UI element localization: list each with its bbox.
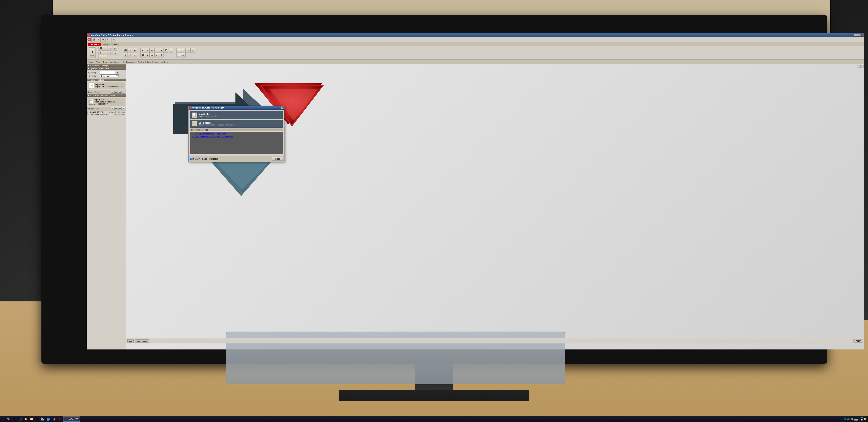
af-icon[interactable]: ▼	[57, 416, 62, 422]
extra-btn-12[interactable]: ⚙	[159, 53, 164, 57]
svg-marker-21	[193, 122, 194, 123]
section-tools-additional[interactable]: ▼ Tools & Additional Geometries	[87, 94, 126, 97]
save-btn[interactable]: 💾	[91, 37, 96, 42]
parttype-select[interactable]: Even Part	[100, 74, 119, 78]
extra-btn-3[interactable]: ⊕	[150, 48, 154, 53]
open-design-action[interactable]: Open Design Open file browser to load a …	[190, 120, 283, 128]
in-btn-1[interactable]: In	[114, 91, 118, 94]
in-btn-2[interactable]: In	[114, 107, 118, 110]
close-button[interactable]: ✕	[861, 34, 864, 36]
import-part-box[interactable]: Import Part Import Part Geometries from …	[88, 82, 125, 89]
pencil-btn-1[interactable]: ✎	[111, 91, 114, 94]
ana-btn-2[interactable]: 📈	[181, 48, 186, 53]
extra-btn-9[interactable]: ◑	[145, 53, 150, 57]
settings-btn[interactable]: ⚙	[112, 37, 116, 42]
autoform-taskbar-btn[interactable]: ▼ AutoForm+R7	[63, 416, 80, 422]
redo-btn[interactable]: ↪	[101, 37, 105, 42]
extra-btn-4[interactable]: ⟳	[154, 48, 159, 53]
obj-btn-6[interactable]: ⟰	[133, 53, 137, 57]
obj-btn-5[interactable]: ⊟	[128, 53, 132, 57]
open-design-title: Open Design	[198, 122, 234, 124]
new-design-action[interactable]: New Design Create a new design file	[190, 111, 283, 119]
extra-btn-uf2[interactable]: ×	[122, 107, 125, 110]
ana-btn-1[interactable]: 📊	[176, 48, 181, 53]
extra-btn-2[interactable]: ⊛	[145, 48, 150, 53]
extra-btn-1[interactable]: ✦	[140, 48, 145, 53]
undo-btn[interactable]: ↩	[96, 37, 101, 42]
show-dialog-label: Show this dialog on next start	[193, 158, 218, 160]
title-bar-controls: _ □ ✕	[854, 34, 864, 36]
out-btn-1[interactable]: Out	[118, 91, 122, 94]
close-dialog-btn[interactable]: Close	[272, 157, 283, 161]
obj-btn-3[interactable]: ◼	[133, 48, 137, 53]
files-icon[interactable]: 📁	[29, 416, 34, 422]
expand-btn[interactable]: ⬜	[857, 65, 860, 68]
import-tool-box[interactable]: Import Tool Import Tools or Additional G…	[88, 98, 125, 106]
tree-coordinate-systems[interactable]: ▷ Coordinate Systems 0 Coordinate System…	[87, 113, 126, 116]
extra-btn-8[interactable]: ⬛	[140, 53, 145, 57]
open-design-icon	[192, 121, 197, 126]
view-btn-6[interactable]: ↔	[103, 51, 108, 55]
symmetry-input[interactable]	[100, 71, 115, 74]
symmetry-btn[interactable]: ▼	[116, 71, 119, 74]
apply-button[interactable]: Apply	[854, 339, 863, 342]
pencil-btn-2[interactable]: ✎	[111, 107, 114, 110]
minimize-button[interactable]: _	[854, 34, 857, 36]
view-btn-10[interactable]: 📏	[103, 55, 108, 60]
view-btn-4[interactable]: ◈	[113, 46, 117, 50]
log-tab[interactable]: Log	[127, 339, 133, 342]
extra-btn-6[interactable]: 🔲	[164, 48, 168, 53]
show-dialog-checkbox[interactable]	[190, 158, 192, 160]
extra-btn-11[interactable]: ≡	[154, 53, 159, 57]
taskview-icon[interactable]: ◻	[11, 416, 17, 422]
maximize-button[interactable]: □	[857, 34, 860, 36]
out-btn-2[interactable]: Out	[118, 107, 122, 110]
view-btn-1[interactable]: ⬛	[98, 46, 103, 50]
close-viewport-btn[interactable]: ✕	[861, 65, 864, 68]
ana-btn-4[interactable]: 🔬	[190, 48, 195, 53]
tree-curves-points[interactable]: ▷ Curves & Points 0 Curve(s), 0 Point(s)	[87, 111, 126, 113]
extra-btn-5[interactable]: ◈	[159, 48, 164, 53]
dialog-close-x-btn[interactable]: ✕	[281, 107, 283, 109]
notification-icon[interactable]: 🔔	[864, 418, 867, 420]
store-icon[interactable]: 🏪	[40, 416, 45, 422]
chrome-icon[interactable]: ⬤	[45, 416, 51, 422]
extra-btn-7[interactable]: ⬜	[168, 48, 173, 53]
mail-icon[interactable]: ✉	[34, 416, 39, 422]
logo-btn[interactable]: AF	[87, 38, 91, 41]
recent-file-1[interactable]: 1. C:\Users\Administrator\Desktop\nc.afd	[190, 132, 283, 135]
ana-btn-3[interactable]: ⚗	[186, 48, 190, 53]
star-icon[interactable]: ⭐	[23, 416, 28, 422]
section-tolerances[interactable]: ▼ Tolerances & Settings	[87, 64, 126, 67]
tab-tools[interactable]: Tools	[111, 43, 119, 46]
open-design-text: Open Design Open file browser to load a …	[198, 122, 234, 126]
curves-count: 0 Curve(s), 0 Point(s)	[109, 111, 125, 113]
unused-label-2: Unused Faces	[87, 108, 110, 110]
section-symmetry[interactable]: ▼ Symmetry & Part Type	[87, 67, 126, 70]
view-btn-3[interactable]: △	[108, 46, 113, 50]
extra-btn-uf1[interactable]: ×	[122, 91, 125, 94]
section-part-geometries[interactable]: ▼ Part Geometries	[87, 79, 126, 81]
import-btn[interactable]: ⬆ Import	[89, 48, 96, 58]
view-btn-2[interactable]: ◻	[103, 46, 108, 50]
view-btn-7[interactable]: ⟲	[108, 51, 113, 55]
obj-btn-4[interactable]: ⊞	[123, 53, 128, 57]
search-taskbar-icon[interactable]: 🔍	[6, 416, 11, 422]
tab-sheet[interactable]: Sheet	[101, 43, 110, 46]
misc-icon[interactable]: 📎	[51, 416, 57, 422]
obj-btn-1[interactable]: ⬛	[123, 48, 128, 53]
tab-geometry[interactable]: Geometry	[88, 43, 101, 46]
start-button[interactable]: ⊞	[0, 416, 6, 422]
view-btn-9[interactable]: 📐	[98, 55, 103, 60]
edge-icon[interactable]: 🌐	[17, 416, 23, 422]
view-btn-8[interactable]: 🔍	[113, 51, 117, 55]
unused-label-1: Unused Faces	[87, 91, 110, 93]
invent-tab[interactable]: Invent / Usual	[135, 339, 149, 342]
ana-btn-5[interactable]: 📉	[176, 53, 181, 57]
ana-btn-6[interactable]: 🗂	[181, 53, 186, 57]
print-btn[interactable]: 🖨	[105, 37, 110, 42]
view-btn-5[interactable]: ⊕	[98, 51, 103, 55]
recent-file-2[interactable]: 2. C:\ProgramData\AutoForm\Valve R7\net\…	[190, 135, 283, 138]
extra-btn-10[interactable]: ⊙	[150, 53, 154, 57]
obj-btn-2[interactable]: ▲	[128, 48, 132, 53]
